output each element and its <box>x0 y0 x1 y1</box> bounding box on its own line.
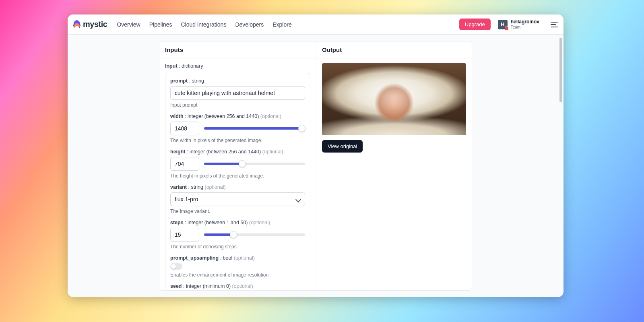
nav-overview[interactable]: Overview <box>117 21 140 28</box>
topbar: mystic Overview Pipelines Cloud integrat… <box>68 14 564 35</box>
label-height: height : integer (between 256 and 1440) … <box>170 149 305 155</box>
upgrade-button[interactable]: Upgrade <box>459 19 491 30</box>
help-steps: The number of denoising steps. <box>170 244 305 250</box>
field-prompt: prompt : string Input prompt <box>170 78 305 108</box>
output-body: View original <box>316 58 472 157</box>
brand[interactable]: mystic <box>73 20 107 29</box>
prompt-upsampling-toggle[interactable] <box>170 263 182 270</box>
field-seed: seed : integer (minimum 0) (optional) Ru… <box>170 283 305 290</box>
field-prompt-upsampling: prompt_upsampling : bool (optional) Enab… <box>170 255 305 278</box>
input-dictionary-label: Input : dictionary <box>165 63 310 69</box>
nav-cloud[interactable]: Cloud integrations <box>181 21 227 28</box>
scrollbar[interactable] <box>559 36 562 293</box>
field-height: height : integer (between 256 and 1440) … <box>170 149 305 179</box>
dictionary-box: prompt : string Input prompt width <box>165 73 310 290</box>
user-name: hellagromov <box>511 19 539 25</box>
height-input[interactable] <box>170 157 199 171</box>
inputs-header: Inputs <box>159 41 316 58</box>
help-prompt-upsampling: Enables the enhancement of image resolut… <box>170 272 305 278</box>
width-slider[interactable] <box>204 125 305 132</box>
avatar: H <box>498 20 508 29</box>
label-seed: seed : integer (minimum 0) (optional) <box>170 283 305 289</box>
field-variant: variant : string (optional) The image v <box>170 184 305 214</box>
label-width: width : integer (between 256 and 1440) (… <box>170 114 305 119</box>
steps-input[interactable] <box>170 228 199 242</box>
menu-icon[interactable] <box>551 22 558 27</box>
field-width: width : integer (between 256 and 1440) (… <box>170 114 305 143</box>
generated-image[interactable] <box>322 63 466 135</box>
inputs-body: Input : dictionary prompt : string <box>159 58 316 290</box>
steps-slider[interactable] <box>204 231 305 238</box>
label-steps: steps : integer (between 1 and 50) (opti… <box>170 220 305 225</box>
help-width: The width in pixels of the generated ima… <box>170 138 305 143</box>
user-chip[interactable]: H hellagromov Team <box>498 19 539 29</box>
nav-pipelines[interactable]: Pipelines <box>149 21 172 28</box>
help-height: The height in pixels of the generated im… <box>170 173 305 179</box>
io-panel: Inputs Input : dictionary prompt : <box>159 41 472 291</box>
label-prompt: prompt : string <box>170 78 305 84</box>
avatar-badge-icon <box>505 27 509 31</box>
avatar-initial: H <box>501 21 504 27</box>
width-input[interactable] <box>170 122 199 135</box>
variant-select[interactable] <box>170 192 305 206</box>
app-window: mystic Overview Pipelines Cloud integrat… <box>68 14 564 297</box>
main: Inputs Input : dictionary prompt : <box>68 35 564 297</box>
scrollbar-thumb[interactable] <box>559 38 562 102</box>
user-meta: hellagromov Team <box>511 19 539 29</box>
label-prompt-upsampling: prompt_upsampling : bool (optional) <box>170 255 305 261</box>
nav-explore[interactable]: Explore <box>272 21 291 28</box>
flame-icon <box>73 20 80 29</box>
nav-developers[interactable]: Developers <box>235 21 264 28</box>
help-prompt: Input prompt <box>170 102 305 108</box>
inputs-column: Inputs Input : dictionary prompt : <box>159 41 316 290</box>
user-team: Team <box>511 25 539 29</box>
field-steps: steps : integer (between 1 and 50) (opti… <box>170 220 305 250</box>
view-original-button[interactable]: View original <box>322 140 363 153</box>
prompt-input[interactable] <box>170 86 305 100</box>
label-variant: variant : string (optional) <box>170 184 305 190</box>
help-variant: The image variant. <box>170 208 305 214</box>
output-column: Output View original <box>316 41 472 290</box>
nav: Overview Pipelines Cloud integrations De… <box>117 21 291 28</box>
brand-name: mystic <box>83 20 107 29</box>
output-header: Output <box>316 41 472 58</box>
height-slider[interactable] <box>204 160 305 167</box>
